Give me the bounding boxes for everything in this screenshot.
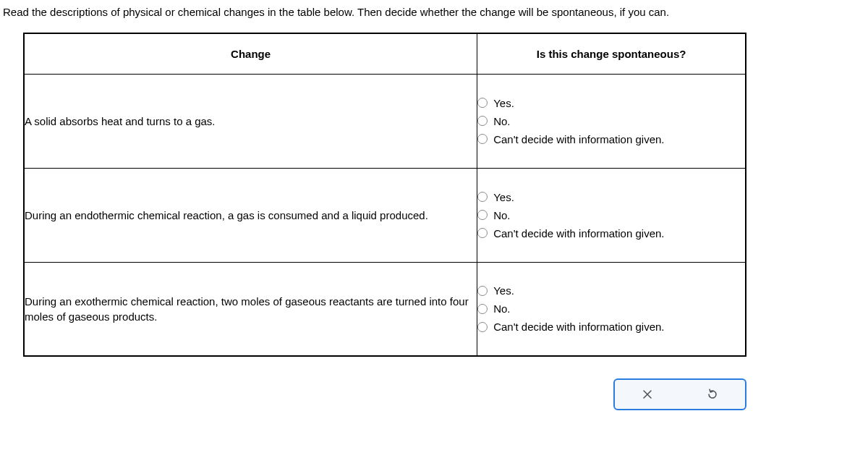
- radio-no[interactable]: [477, 210, 488, 220]
- action-button-bar: [0, 378, 746, 410]
- table-row: A solid absorbs heat and turns to a gas.…: [24, 74, 746, 168]
- header-change: Change: [24, 33, 477, 74]
- radio-cant-decide[interactable]: [477, 228, 488, 238]
- table-row: During an exothermic chemical reaction, …: [24, 262, 746, 356]
- option-label-cant-decide: Can't decide with information given.: [493, 227, 664, 240]
- option-label-cant-decide: Can't decide with information given.: [493, 133, 664, 145]
- option-label-no: No.: [493, 115, 510, 127]
- header-spontaneous: Is this change spontaneous?: [477, 33, 746, 74]
- radio-no[interactable]: [477, 116, 488, 126]
- options-cell: Yes. No. Can't decide with information g…: [477, 168, 746, 262]
- question-instructions: Read the descriptions of physical or che…: [0, 6, 868, 33]
- undo-icon: [706, 388, 719, 401]
- option-label-yes: Yes.: [493, 191, 514, 203]
- option-label-no: No.: [493, 209, 510, 221]
- clear-button[interactable]: [615, 380, 680, 409]
- action-button-group: [613, 378, 746, 410]
- options-cell: Yes. No. Can't decide with information g…: [477, 262, 746, 356]
- options-cell: Yes. No. Can't decide with information g…: [477, 74, 746, 168]
- option-label-yes: Yes.: [493, 97, 514, 109]
- reset-button[interactable]: [680, 380, 745, 409]
- change-description: During an exothermic chemical reaction, …: [24, 262, 477, 356]
- option-label-no: No.: [493, 302, 510, 315]
- radio-yes[interactable]: [477, 286, 488, 296]
- changes-table: Change Is this change spontaneous? A sol…: [23, 33, 746, 357]
- option-label-cant-decide: Can't decide with information given.: [493, 321, 664, 333]
- close-icon: [642, 389, 653, 400]
- radio-yes[interactable]: [477, 98, 488, 108]
- radio-cant-decide[interactable]: [477, 134, 488, 144]
- change-description: A solid absorbs heat and turns to a gas.: [24, 74, 477, 168]
- option-label-yes: Yes.: [493, 284, 514, 297]
- table-row: During an endothermic chemical reaction,…: [24, 168, 746, 262]
- radio-yes[interactable]: [477, 192, 488, 202]
- change-description: During an endothermic chemical reaction,…: [24, 168, 477, 262]
- radio-no[interactable]: [477, 304, 488, 314]
- radio-cant-decide[interactable]: [477, 322, 488, 332]
